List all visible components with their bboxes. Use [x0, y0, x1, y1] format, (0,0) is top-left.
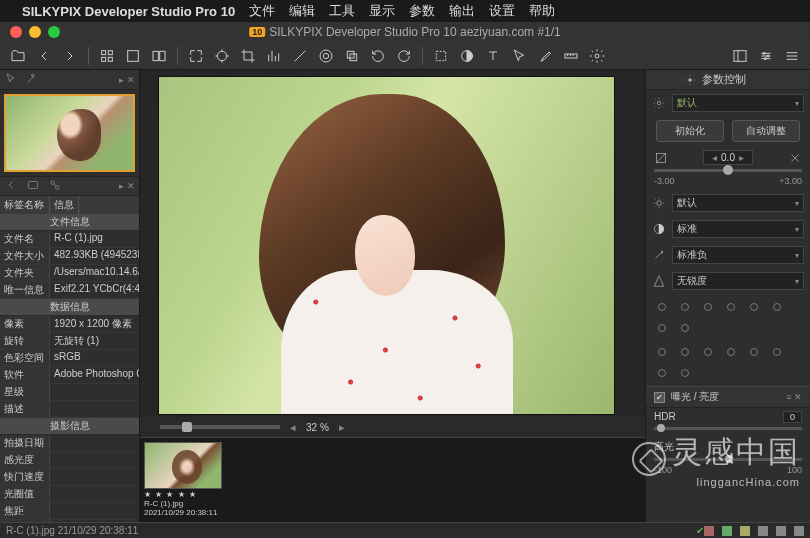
- color-tab-icon[interactable]: [721, 298, 741, 316]
- clone-tab-icon[interactable]: [744, 343, 764, 361]
- filmstrip-item[interactable]: ★ ★ ★ ★ ★ R-C (1).jpg 2021/10/29 20:38:1…: [144, 442, 222, 518]
- status-dot-2[interactable]: [722, 526, 732, 536]
- crop-tab-icon[interactable]: [675, 319, 695, 337]
- next-image-button[interactable]: [58, 45, 82, 67]
- filmstrip-thumbnail[interactable]: [144, 442, 222, 489]
- fit-screen-button[interactable]: [184, 45, 208, 67]
- minimize-window-button[interactable]: [29, 26, 41, 38]
- text-tool-button[interactable]: [481, 45, 505, 67]
- info-row: 快门速度: [0, 469, 139, 486]
- info-section-header[interactable]: 文件信息: [0, 214, 139, 231]
- zoom-value: 32 %: [306, 422, 329, 433]
- exposure-subpanel-header[interactable]: ✔ 曝光 / 亮度 ≡ ✕: [646, 386, 810, 408]
- status-dot-6[interactable]: [794, 526, 804, 536]
- effect-tab-icon[interactable]: [698, 343, 718, 361]
- menu-params[interactable]: 参数: [409, 2, 435, 20]
- spot-tool-button[interactable]: [314, 45, 338, 67]
- menu-view[interactable]: 显示: [369, 2, 395, 20]
- sharp-tab-icon[interactable]: [767, 298, 787, 316]
- collapse-icon-2[interactable]: ▸ ✕: [119, 181, 135, 191]
- lens-tab-icon[interactable]: [652, 319, 672, 337]
- eyedropper-button[interactable]: [533, 45, 557, 67]
- expand-icon[interactable]: [788, 151, 802, 165]
- info-row: 文件名R-C (1).jpg: [0, 231, 139, 248]
- highlight-slider[interactable]: [654, 458, 802, 461]
- tag-tab-icon[interactable]: [48, 178, 62, 194]
- text-tab-icon[interactable]: [767, 343, 787, 361]
- info-value: [50, 520, 139, 522]
- contrast-tab-icon[interactable]: [675, 298, 695, 316]
- adjustment-dropdown[interactable]: 标准负: [672, 246, 804, 264]
- wb-tab-icon[interactable]: [652, 298, 672, 316]
- info-key: 像素: [0, 316, 50, 332]
- adjustment-dropdown[interactable]: 标准: [672, 220, 804, 238]
- info-section-header[interactable]: 数据信息: [0, 299, 139, 316]
- svg-point-19: [764, 57, 766, 59]
- crop-button[interactable]: [236, 45, 260, 67]
- exposure-slider[interactable]: [654, 169, 802, 172]
- straighten-button[interactable]: [288, 45, 312, 67]
- target-button[interactable]: [210, 45, 234, 67]
- exposure-checkbox[interactable]: ✔: [654, 392, 665, 403]
- auto-adjust-button[interactable]: 自动调整: [732, 120, 800, 142]
- clone-tool-button[interactable]: [340, 45, 364, 67]
- left-panel: ▸ ✕ ▸ ✕ 标签名称 信息 文件信息文件名R-C (1).jpg文件大小48…: [0, 70, 140, 522]
- nr-tab-icon[interactable]: [744, 298, 764, 316]
- adjustment-dropdown[interactable]: 默认: [672, 194, 804, 212]
- maximize-window-button[interactable]: [48, 26, 60, 38]
- ruler-button[interactable]: [559, 45, 583, 67]
- panel-left-toggle[interactable]: [728, 45, 752, 67]
- single-view-button[interactable]: [121, 45, 145, 67]
- open-folder-button[interactable]: [6, 45, 30, 67]
- wand-tab-icon[interactable]: [24, 72, 38, 88]
- compare-view-button[interactable]: [147, 45, 171, 67]
- menu-edit[interactable]: 编辑: [289, 2, 315, 20]
- grad-tab-icon[interactable]: [721, 343, 741, 361]
- menu-icon[interactable]: ≡ ✕: [786, 392, 802, 402]
- app-menu[interactable]: SILKYPIX Developer Studio Pro 10: [22, 4, 235, 19]
- hist-tab-icon[interactable]: [652, 364, 672, 382]
- rotate-right-button[interactable]: [392, 45, 416, 67]
- settings-button[interactable]: [585, 45, 609, 67]
- spot-tab-icon[interactable]: [675, 343, 695, 361]
- info-section-header[interactable]: 摄影信息: [0, 418, 139, 435]
- collapse-icon[interactable]: ▸ ✕: [119, 75, 135, 85]
- close-window-button[interactable]: [10, 26, 22, 38]
- panel-right-toggle[interactable]: [754, 45, 778, 67]
- mask-button[interactable]: [455, 45, 479, 67]
- back-icon[interactable]: [4, 178, 18, 194]
- menu-file[interactable]: 文件: [249, 2, 275, 20]
- grid-view-button[interactable]: [95, 45, 119, 67]
- prev-image-button[interactable]: [32, 45, 56, 67]
- rotate-left-button[interactable]: [366, 45, 390, 67]
- init-button[interactable]: 初始化: [656, 120, 724, 142]
- info-tab-icon[interactable]: [26, 178, 40, 194]
- status-dot-5[interactable]: [776, 526, 786, 536]
- menu-button[interactable]: [780, 45, 804, 67]
- navigator-thumbnail[interactable]: [4, 94, 135, 172]
- menu-output[interactable]: 输出: [449, 2, 475, 20]
- svg-point-7: [217, 51, 226, 60]
- menu-help[interactable]: 帮助: [529, 2, 555, 20]
- status-dot-4[interactable]: [758, 526, 768, 536]
- histogram-button[interactable]: [262, 45, 286, 67]
- info-table[interactable]: 文件信息文件名R-C (1).jpg文件大小482.93KB (494523B文…: [0, 214, 139, 522]
- exposure-value[interactable]: ◂0.0▸: [703, 150, 753, 165]
- menu-settings[interactable]: 设置: [489, 2, 515, 20]
- curve-tab-icon[interactable]: [698, 298, 718, 316]
- pointer-button[interactable]: [507, 45, 531, 67]
- image-canvas[interactable]: [158, 76, 615, 415]
- menu-tools[interactable]: 工具: [329, 2, 355, 20]
- zoom-slider[interactable]: [160, 425, 280, 429]
- status-dot-3[interactable]: [740, 526, 750, 536]
- eye-tab-icon[interactable]: [652, 343, 672, 361]
- rect-select-button[interactable]: [429, 45, 453, 67]
- preset-dropdown[interactable]: 默认: [672, 94, 804, 112]
- adjustment-dropdown[interactable]: 无锐度: [672, 272, 804, 290]
- hdr-value[interactable]: 0: [783, 411, 802, 423]
- status-dot-1[interactable]: [704, 526, 714, 536]
- hdr-slider[interactable]: [654, 427, 802, 430]
- info-key: 唯一信息: [0, 282, 50, 298]
- more-tab-icon[interactable]: [675, 364, 695, 382]
- cursor-tab-icon[interactable]: [4, 72, 18, 88]
